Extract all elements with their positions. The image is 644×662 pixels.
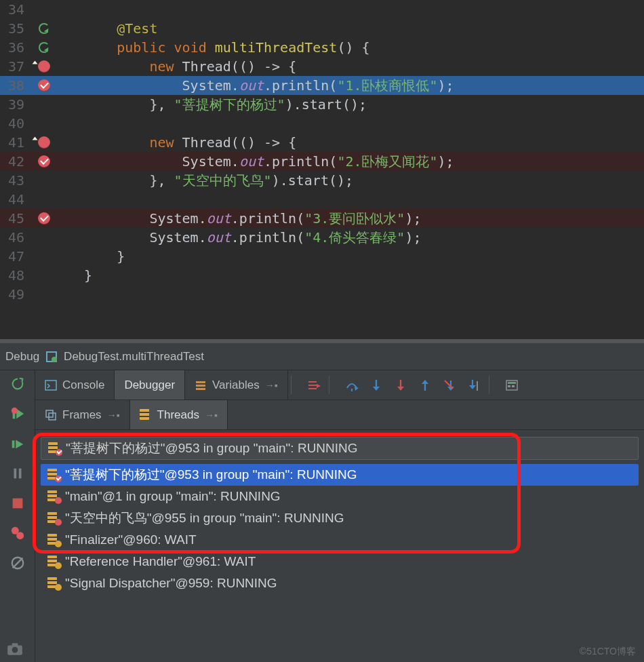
thread-icon [47,490,60,503]
code-line[interactable]: 34 [0,0,644,19]
pin-icon: →▪ [107,410,120,421]
code-line[interactable]: 35 @Test [0,19,644,38]
code-line[interactable]: 43 }, "天空中的飞鸟").start(); [0,171,644,190]
code-line[interactable]: 38 System.out.println("1.卧枝商恨低"); [0,76,644,95]
toolbar-separator [489,376,497,394]
run-test-icon[interactable] [38,22,50,35]
gutter[interactable] [27,22,61,35]
breakpoint-lambda-icon[interactable] [38,136,50,149]
thread-label: "天空中的飞鸟"@955 in group "main": RUNNING [65,509,344,527]
code-line[interactable]: 39 }, "菩提树下的杨过").start(); [0,95,644,114]
step-out-button[interactable] [413,370,437,400]
line-number: 49 [0,286,27,303]
thread-row[interactable]: "菩提树下的杨过"@953 in group "main": RUNNING [41,464,639,486]
code-line[interactable]: 48 } [0,266,644,285]
gutter[interactable] [27,79,61,92]
svg-rect-16 [196,385,205,387]
line-number: 40 [0,115,27,132]
code-line[interactable]: 40 [0,114,644,133]
code-text: }, "天空中的飞鸟").start(); [61,172,353,190]
code-text: public void multiThreadTest() { [61,39,370,56]
code-line[interactable]: 47 } [0,247,644,266]
tab-variables[interactable]: Variables →▪ [185,370,288,400]
debug-side-toolbar [0,370,35,662]
stop-button[interactable] [8,494,27,513]
thread-label: "main"@1 in group "main": RUNNING [65,489,281,504]
code-line[interactable]: 41 new Thread(() -> { [0,133,644,152]
svg-marker-25 [373,387,380,391]
run-test-icon[interactable] [38,41,50,54]
svg-rect-20 [308,388,317,389]
show-execution-point-button[interactable] [302,370,326,400]
evaluate-expression-button[interactable] [500,370,524,400]
svg-rect-41 [49,413,56,420]
svg-rect-8 [18,469,21,479]
gutter[interactable] [27,155,61,168]
run-to-cursor-button[interactable] [462,370,486,400]
breakpoint-verified-icon[interactable] [38,212,50,225]
code-line[interactable]: 45 System.out.println("3.要问卧似水"); [0,209,644,228]
code-editor[interactable]: 3435 @Test36 public void multiThreadTest… [0,0,644,339]
svg-point-44 [12,647,18,653]
mute-breakpoints-button[interactable] [8,553,27,572]
threads-icon [140,409,152,421]
code-text: @Test [61,20,157,37]
gutter[interactable] [27,212,61,225]
toolbar-separator [329,376,337,394]
line-number: 45 [0,210,27,227]
line-number: 35 [0,20,27,37]
thread-list[interactable]: "菩提树下的杨过"@953 in group "main": RUNNING"m… [41,464,639,594]
threads-pane: "菩提树下的杨过"@953 in group "main": RUNNING "… [35,430,644,662]
code-text: } [61,248,125,265]
tab-threads-label: Threads [157,408,199,422]
thread-row[interactable]: "main"@1 in group "main": RUNNING [41,486,639,507]
svg-rect-17 [196,388,205,390]
line-number: 41 [0,134,27,151]
gutter[interactable] [27,41,61,54]
thread-selector-combo[interactable]: "菩提树下的杨过"@953 in group "main": RUNNING [41,437,639,460]
tab-frames[interactable]: Frames →▪ [35,400,130,429]
pause-button[interactable] [8,464,27,483]
code-line[interactable]: 44 [0,190,644,209]
gutter[interactable] [27,60,61,73]
screenshot-icon[interactable] [4,640,26,658]
thread-icon [47,469,60,481]
svg-rect-7 [14,469,16,479]
tab-debugger[interactable]: Debugger [115,370,185,400]
force-step-into-button[interactable] [388,370,413,400]
breakpoint-verified-icon[interactable] [38,79,50,92]
view-breakpoints-button[interactable] [8,524,27,543]
thread-row[interactable]: "Reference Handler"@961: WAIT [41,551,639,572]
thread-icon [47,534,60,546]
thread-label: "Finalizer"@960: WAIT [65,532,197,547]
svg-point-4 [11,408,17,414]
code-line[interactable]: 36 public void multiThreadTest() { [0,38,644,57]
line-number: 48 [0,267,27,284]
breakpoint-lambda-icon[interactable] [38,60,50,73]
code-line[interactable]: 37 new Thread(() -> { [0,57,644,76]
svg-marker-21 [317,384,321,388]
tab-threads[interactable]: Threads →▪ [130,400,228,429]
svg-marker-34 [469,385,476,389]
svg-rect-14 [45,381,56,390]
thread-row[interactable]: "天空中的飞鸟"@955 in group "main": RUNNING [41,507,639,529]
step-run-button[interactable] [8,434,27,453]
line-number: 34 [0,1,27,18]
gutter[interactable] [27,136,61,149]
code-line[interactable]: 46 System.out.println("4.倚头答春绿"); [0,228,644,247]
code-text: new Thread(() -> { [61,134,296,151]
breakpoint-verified-icon[interactable] [38,155,50,168]
step-into-button[interactable] [364,370,388,400]
thread-row[interactable]: "Finalizer"@960: WAIT [41,529,639,551]
thread-row[interactable]: "Signal Dispatcher"@959: RUNNING [41,572,639,594]
drop-frame-button[interactable] [437,370,462,400]
rerun-button[interactable] [8,374,27,393]
svg-marker-6 [16,440,23,449]
line-number: 38 [0,77,27,94]
tab-console[interactable]: Console [35,370,115,400]
step-over-button[interactable] [340,370,364,400]
resume-button[interactable] [8,404,27,423]
svg-rect-5 [12,440,14,448]
code-line[interactable]: 49 [0,285,644,304]
code-line[interactable]: 42 System.out.println("2.卧梅又闻花"); [0,152,644,171]
